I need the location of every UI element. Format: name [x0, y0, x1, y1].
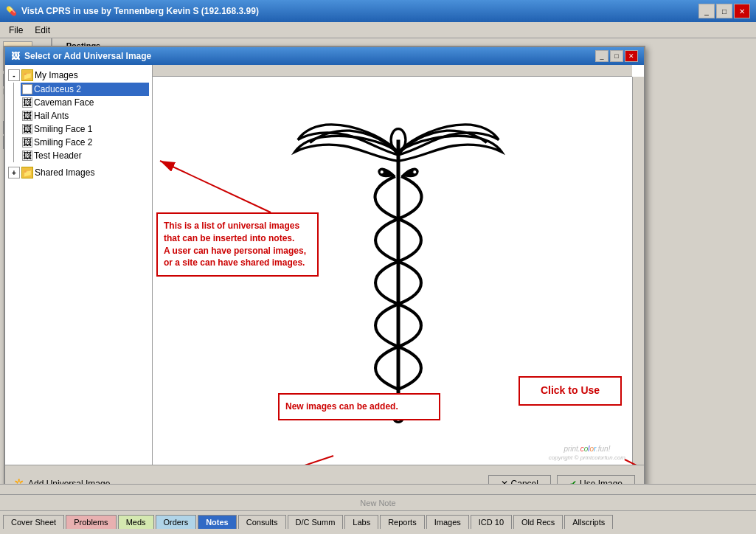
dialog-minimize[interactable]: _ — [595, 50, 608, 62]
minimize-button[interactable]: _ — [698, 4, 715, 18]
tab-allscripts[interactable]: Allscripts — [564, 515, 613, 529]
tree-root-label: My Images — [35, 70, 78, 80]
menu-edit[interactable]: Edit — [29, 24, 56, 37]
bottom-bar: New Note Cover Sheet Problems Meds Order… — [0, 494, 756, 534]
folder-icon: 📁 — [21, 69, 33, 81]
tree-item-2[interactable]: 🖼 Hail Ants — [21, 109, 149, 122]
shared-label: Shared Images — [35, 167, 94, 178]
tree-expand-root[interactable]: - — [8, 69, 20, 81]
tab-meds[interactable]: Meds — [118, 515, 154, 529]
tree-children: 🖼 Caduceus 2 🖼 Caveman Face 🖼 Hail Ants — [13, 83, 149, 162]
tree-expand-shared[interactable]: + — [8, 167, 20, 178]
use-label: Use Image — [580, 479, 623, 485]
add-universal-image-button[interactable]: ✲ Add Universal Image — [14, 476, 110, 484]
image-icon-1: 🖼 — [22, 97, 32, 108]
tab-icd10[interactable]: ICD 10 — [471, 515, 512, 529]
use-image-button[interactable]: ✔ Use Image — [557, 475, 635, 485]
dialog: 🖼 Select or Add Universal Image _ □ ✕ - … — [4, 46, 645, 484]
app-window: 💊 VistA CPRS in use by Tennenberg Kevin … — [0, 0, 756, 534]
tree-panel: - 📁 My Images 🖼 Caduceus 2 🖼 Caveman Fac… — [5, 65, 153, 465]
tree-item-label-0: Caduceus 2 — [34, 84, 81, 94]
click-to-use-text: Click to Use — [541, 384, 600, 396]
watermark: print.color.fun! copyright © printcolorf… — [549, 445, 625, 461]
tree-root[interactable]: - 📁 My Images — [8, 68, 149, 83]
image-icon-5: 🖼 — [22, 150, 32, 161]
menu-bar: File Edit — [0, 22, 756, 38]
tab-labs[interactable]: Labs — [344, 515, 378, 529]
annotation-list-info: This is a list of universal images that … — [156, 212, 319, 277]
svg-point-3 — [380, 170, 384, 174]
tree-item-label-3: Smiling Face 1 — [34, 124, 92, 134]
dialog-controls: _ □ ✕ — [595, 50, 638, 62]
title-bar-controls: _ □ ✕ — [698, 4, 750, 18]
cancel-button[interactable]: ✕ Cancel — [488, 475, 551, 485]
tree-item-0[interactable]: 🖼 Caduceus 2 — [21, 83, 149, 96]
tree-item-label-4: Smiling Face 2 — [34, 137, 92, 148]
dialog-title-bar: 🖼 Select or Add Universal Image _ □ ✕ — [5, 47, 644, 65]
image-icon-0: 🖼 — [22, 84, 32, 94]
dialog-close[interactable]: ✕ — [625, 50, 638, 62]
shared-images-root[interactable]: + 📁 Shared Images — [8, 165, 149, 180]
cancel-label: Cancel — [511, 479, 538, 485]
scrollbar-vertical[interactable] — [632, 77, 644, 465]
tab-reports[interactable]: Reports — [380, 515, 425, 529]
shared-folder-icon: 📁 — [21, 167, 33, 178]
tab-consults[interactable]: Consults — [238, 515, 286, 529]
tab-problems[interactable]: Problems — [66, 515, 116, 529]
image-panel: print.color.fun! copyright © printcolorf… — [153, 65, 644, 465]
menu-file[interactable]: File — [3, 24, 29, 37]
tab-images[interactable]: Images — [426, 515, 469, 529]
tab-dc-summ[interactable]: D/C Summ — [288, 515, 344, 529]
new-note-bar: New Note — [0, 495, 756, 511]
tab-orders[interactable]: Orders — [156, 515, 197, 529]
add-label: Add Universal Image — [28, 479, 110, 485]
tree-item-1[interactable]: 🖼 Caveman Face — [21, 96, 149, 109]
tree-item-4[interactable]: 🖼 Smiling Face 2 — [21, 136, 149, 149]
cancel-icon: ✕ — [501, 479, 508, 485]
tree-item-5[interactable]: 🖼 Test Header — [21, 149, 149, 162]
title-bar: 💊 VistA CPRS in use by Tennenberg Kevin … — [0, 0, 756, 22]
image-icon-2: 🖼 — [22, 111, 32, 121]
annotation-click-to-use: Click to Use — [519, 376, 622, 406]
svg-point-4 — [413, 170, 417, 174]
horizontal-scrollbar[interactable] — [0, 484, 756, 494]
tree-item-label-2: Hail Ants — [34, 111, 69, 121]
dialog-body: - 📁 My Images 🖼 Caduceus 2 🖼 Caveman Fac… — [5, 65, 644, 465]
tabs-bar: Cover Sheet Problems Meds Orders Notes C… — [0, 511, 756, 529]
app-icon: 💊 — [6, 6, 17, 16]
main-content: 👤 Normal Last 100 Si... ⊞ Ne... ⊞ All s.… — [0, 38, 756, 484]
add-info-text: New images can be added. — [285, 401, 398, 412]
footer-buttons: ✕ Cancel ✔ Use Image — [488, 475, 635, 485]
tree-item-label-1: Caveman Face — [34, 97, 94, 108]
app-title: VistA CPRS in use by Tennenberg Kevin S … — [21, 6, 259, 16]
restore-button[interactable]: □ — [716, 4, 732, 18]
tab-notes[interactable]: Notes — [198, 515, 237, 529]
check-icon: ✔ — [569, 479, 577, 485]
new-note-label: New Note — [6, 499, 750, 507]
tab-old-recs[interactable]: Old Recs — [513, 515, 563, 529]
dialog-maximize[interactable]: □ — [610, 50, 623, 62]
star-icon: ✲ — [14, 476, 24, 484]
tree-item-3[interactable]: 🖼 Smiling Face 1 — [21, 122, 149, 136]
image-icon-4: 🖼 — [22, 137, 32, 148]
dialog-icon: 🖼 — [11, 51, 20, 61]
tab-cover-sheet[interactable]: Cover Sheet — [3, 515, 64, 529]
image-icon-3: 🖼 — [22, 124, 32, 134]
tree-item-label-5: Test Header — [34, 150, 82, 161]
annotation-add-info: New images can be added. — [278, 393, 440, 420]
dialog-footer: ✲ Add Universal Image ✕ Cancel ✔ Use Ima… — [5, 465, 644, 484]
scrollbar-horizontal[interactable] — [153, 65, 632, 77]
close-button[interactable]: ✕ — [734, 4, 750, 18]
dialog-title-text: Select or Add Universal Image — [24, 51, 151, 61]
